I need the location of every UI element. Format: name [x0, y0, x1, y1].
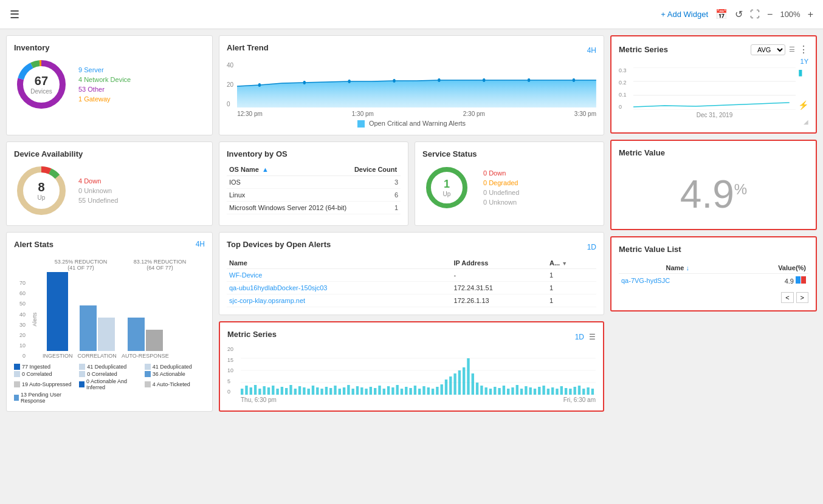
bar-group-ingestion: INGESTION — [43, 272, 73, 359]
alert-stats-header: Alert Stats 4H — [14, 240, 205, 254]
svg-rect-33 — [276, 389, 278, 395]
legend-network-label: 4 Network Device — [78, 76, 131, 83]
svg-rect-40 — [308, 389, 310, 395]
zoom-level: 100% — [780, 10, 800, 19]
os-name-ios: IOS — [227, 176, 352, 189]
x-label-thu: Thu, 6:30 pm — [241, 397, 277, 403]
td-name-1: WF-Device — [227, 269, 452, 282]
svg-point-8 — [393, 79, 395, 83]
td-row-2: qa-ubu16hydlabDocker-150sjc03 172.24.31.… — [227, 282, 596, 295]
td-link-2[interactable]: qa-ubu16hydlabDocker-150sjc03 — [229, 284, 327, 291]
td-col-alerts: A... ▼ — [547, 257, 596, 269]
td-link-1[interactable]: WF-Device — [229, 271, 262, 279]
top-devices-table-container[interactable]: Name IP Address A... ▼ WF-Device — [227, 257, 596, 307]
legend-unknown-label: 0 Unknown — [78, 187, 112, 194]
ingestion-label: INGESTION — [43, 353, 73, 359]
right-column: Metric Series AVG ☰ ⋮ 1Y 0.3 0.2 0.1 0 — [610, 35, 817, 412]
alert-trend-title: Alert Trend — [227, 43, 269, 52]
add-widget-button[interactable]: + Add Widget — [661, 10, 708, 19]
os-col-count[interactable]: Device Count — [352, 163, 401, 176]
svg-rect-70 — [441, 384, 443, 395]
leg-corr1: 0 Correlated — [14, 371, 74, 377]
metric-value-list-widget: Metric Value List Name ↓ Value(%) — [610, 236, 817, 312]
metric-series-bottom-widget: Metric Series 1D ☰ 20 15 10 5 0 — [219, 321, 604, 412]
alert-trend-y-axis: 40 20 0 — [227, 62, 233, 107]
os-table-container[interactable]: OS Name ▲ Device Count IOS 3 Linux — [227, 163, 401, 214]
auto-bar1 — [128, 318, 145, 351]
corr-bar1 — [80, 305, 97, 351]
td-row-1: WF-Device - 1 — [227, 269, 596, 282]
metric-series-top-svg — [633, 67, 796, 110]
os-count-ios: 3 — [352, 176, 401, 189]
minimize-icon[interactable]: − — [767, 9, 773, 20]
svg-point-12 — [573, 78, 575, 82]
svg-point-11 — [528, 78, 530, 82]
metric-series-bottom-y-axis: 20 15 10 5 0 — [227, 346, 238, 395]
svg-rect-99 — [569, 389, 571, 395]
svg-rect-38 — [298, 386, 301, 395]
svg-rect-83 — [498, 388, 500, 395]
svg-rect-76 — [467, 358, 469, 395]
svg-rect-47 — [339, 389, 341, 395]
leg-ingested-label: 77 Ingested — [22, 364, 50, 370]
legend-unknown: 0 Unknown — [78, 187, 118, 194]
leg-ticketed: 4 Auto-Ticketed — [145, 378, 205, 390]
svg-rect-96 — [556, 389, 558, 395]
auto-bar2 — [146, 330, 163, 351]
device-availability-widget: Device Availability 8 Up 4 Down — [6, 141, 213, 226]
td-link-3[interactable]: sjc-corp-klay.opsramp.net — [229, 297, 305, 304]
leg-ticketed-icon — [145, 381, 151, 387]
leg-pending: 13 Pending User Response — [14, 392, 74, 404]
legend-server: 9 Server — [78, 66, 131, 73]
svg-rect-44 — [325, 387, 328, 395]
ingestion-bar — [47, 272, 68, 351]
metric-series-bottom-list-icon[interactable]: ☰ — [589, 333, 596, 341]
metric-value-list-header: Metric Value List — [619, 245, 808, 259]
dashboard: Inventory 67 Devices — [0, 29, 823, 418]
refresh-icon[interactable]: ↺ — [735, 9, 743, 20]
bar-group-autoresponse: AUTO-RESPONSE — [122, 272, 169, 359]
svg-rect-42 — [316, 387, 319, 395]
calendar-icon[interactable]: 📅 — [715, 9, 728, 20]
svg-rect-95 — [551, 387, 554, 395]
prev-page-button[interactable]: < — [781, 292, 793, 303]
mvl-col-value: Value(%) — [737, 262, 808, 274]
leg-pending-icon — [14, 395, 19, 401]
svg-rect-35 — [285, 388, 288, 395]
inventory-by-os-widget: Inventory by OS OS Name ▲ Device Count — [219, 141, 408, 226]
metric-chart-icon-2: ⚡ — [798, 100, 808, 110]
resize-handle[interactable]: ◢ — [619, 118, 808, 125]
metric-series-top-y-axis: 0.3 0.2 0.1 0 — [619, 67, 631, 110]
next-page-button[interactable]: > — [796, 292, 808, 303]
plus-icon[interactable]: + — [808, 9, 813, 20]
inventory-total: 67 — [30, 74, 52, 88]
inventory-content: 67 Devices 9 Server 4 Network Device 53 … — [14, 57, 205, 112]
list-view-icon[interactable]: ☰ — [789, 46, 795, 53]
ingestion-bars — [47, 272, 68, 351]
alert-stats-widget: Alert Stats 4H 53.25% REDUCTION (41 OF 7… — [6, 232, 213, 412]
metric-series-top-controls: AVG ☰ ⋮ — [751, 44, 808, 55]
os-table: OS Name ▲ Device Count IOS 3 Linux — [227, 163, 401, 214]
more-options-icon[interactable]: ⋮ — [799, 44, 808, 55]
fullscreen-icon[interactable]: ⛶ — [750, 9, 760, 20]
os-col-name[interactable]: OS Name ▲ — [227, 163, 352, 176]
menu-icon[interactable]: ☰ — [10, 8, 19, 21]
alert-trend-x-labels: 12:30 pm 1:30 pm 2:30 pm 3:30 pm — [237, 109, 596, 117]
metric-value-widget: Metric Value 4.9% — [610, 140, 817, 230]
legend-down-label: 4 Down — [78, 177, 101, 185]
cb-blue — [796, 276, 801, 284]
svg-rect-102 — [582, 389, 585, 395]
svg-rect-25 — [241, 389, 243, 395]
svg-rect-77 — [472, 373, 474, 395]
svg-rect-48 — [343, 387, 345, 395]
inventory-legend: 9 Server 4 Network Device 53 Other 1 Gat… — [78, 66, 131, 103]
mvl-device-link[interactable]: qa-7VG-hydSJC — [621, 277, 670, 284]
y-label-40: 40 — [227, 62, 233, 69]
svg-point-6 — [303, 81, 306, 84]
metric-value-display: 4.9% — [619, 162, 808, 222]
leg-dedup1-label: 41 Deduplicated — [87, 364, 126, 370]
os-row-ios: IOS 3 — [227, 176, 401, 189]
avg-dropdown[interactable]: AVG — [751, 44, 785, 55]
svg-rect-34 — [281, 387, 283, 395]
svg-rect-58 — [387, 386, 390, 395]
